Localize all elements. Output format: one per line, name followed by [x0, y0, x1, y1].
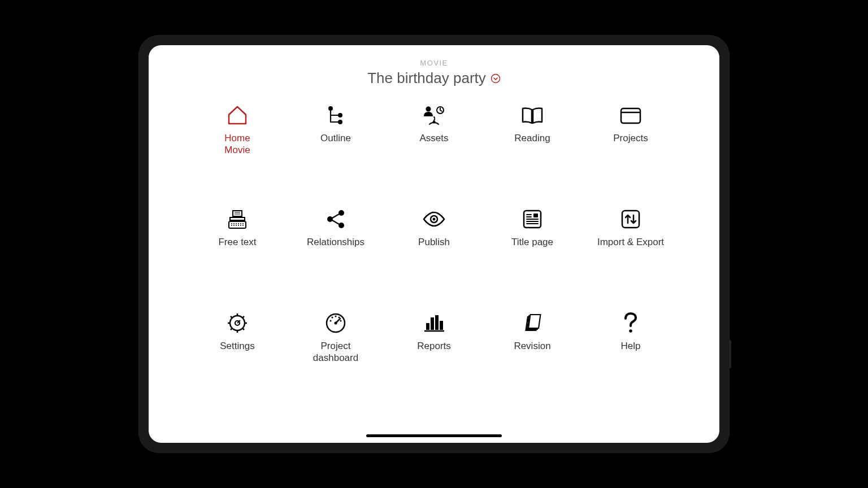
svg-rect-39: [431, 317, 434, 330]
svg-point-36: [338, 317, 340, 319]
gear-icon: [225, 311, 250, 336]
tile-title-page[interactable]: Title page: [483, 207, 581, 311]
bar-chart-icon: [422, 311, 446, 336]
tile-assets[interactable]: Assets: [385, 103, 483, 207]
tile-home[interactable]: Home Movie: [188, 103, 287, 207]
svg-line-28: [242, 316, 244, 318]
tile-label: Reading: [514, 132, 550, 144]
svg-point-12: [338, 210, 344, 216]
tile-publish[interactable]: Publish: [385, 207, 483, 311]
project-type-label: MOVIE: [171, 59, 697, 67]
tile-reading[interactable]: Reading: [483, 103, 581, 207]
svg-point-0: [491, 74, 500, 82]
tile-label: Revision: [514, 340, 550, 352]
tile-sublabel: Movie: [224, 144, 250, 156]
tile-label: Projects: [613, 132, 648, 144]
typewriter-icon: [225, 207, 250, 232]
book-open-icon: [520, 103, 545, 128]
tile-import-export[interactable]: Import & Export: [581, 207, 680, 311]
svg-rect-9: [230, 217, 245, 220]
tile-label: Home: [224, 132, 250, 144]
svg-rect-41: [440, 321, 443, 330]
tile-label: Free text: [218, 236, 256, 248]
tile-reports[interactable]: Reports: [385, 311, 483, 415]
question-mark-icon: [618, 311, 643, 336]
svg-line-27: [231, 328, 232, 330]
app-screen: MOVIE The birthday party: [149, 45, 719, 443]
tile-label: Relationships: [307, 236, 364, 248]
svg-point-11: [327, 216, 333, 222]
svg-line-26: [242, 328, 244, 330]
assets-icon: [422, 103, 446, 128]
tile-label: Reports: [417, 340, 451, 352]
tile-relationships[interactable]: Relationships: [287, 207, 385, 311]
power-button: [729, 340, 731, 368]
eye-icon: [422, 207, 446, 232]
svg-rect-10: [229, 221, 246, 228]
tile-projects[interactable]: Projects: [581, 103, 680, 207]
tile-label: Title page: [511, 236, 553, 248]
chevron-down-circle-icon[interactable]: [491, 73, 501, 84]
share-network-icon: [323, 207, 348, 232]
svg-rect-17: [533, 213, 538, 217]
svg-point-15: [433, 218, 436, 221]
gauge-icon: [323, 311, 348, 336]
tile-label: Publish: [418, 236, 450, 248]
tile-label: Import & Export: [597, 236, 664, 248]
svg-point-13: [338, 223, 344, 228]
header: MOVIE The birthday party: [171, 59, 697, 87]
svg-point-37: [340, 320, 342, 322]
svg-line-25: [231, 316, 232, 318]
svg-point-4: [426, 107, 431, 112]
svg-rect-8: [233, 211, 242, 216]
home-indicator[interactable]: [366, 434, 502, 437]
tile-label: Outline: [320, 132, 351, 144]
pages-stack-icon: [520, 311, 545, 336]
svg-rect-38: [426, 323, 429, 330]
outline-tree-icon: [323, 103, 348, 128]
tile-label: Settings: [220, 340, 254, 352]
tile-label: Help: [621, 340, 641, 352]
tile-free-text[interactable]: Free text: [188, 207, 287, 311]
svg-rect-18: [622, 211, 639, 228]
svg-point-33: [330, 320, 332, 322]
home-icon: [225, 103, 250, 128]
svg-point-2: [338, 113, 342, 117]
svg-point-3: [338, 120, 342, 124]
tile-label: Projectdashboard: [313, 340, 358, 364]
svg-rect-7: [621, 108, 640, 123]
svg-line-32: [336, 319, 340, 323]
import-export-icon: [618, 207, 643, 232]
tile-help[interactable]: Help: [581, 311, 680, 415]
tile-settings[interactable]: Settings: [188, 311, 287, 415]
project-title: The birthday party: [367, 69, 486, 87]
nav-grid: Home Movie Outline: [171, 97, 697, 432]
tile-project-dashboard[interactable]: Projectdashboard: [287, 311, 385, 415]
tile-revision[interactable]: Revision: [483, 311, 581, 415]
svg-point-1: [328, 106, 333, 111]
svg-point-43: [629, 329, 632, 333]
title-row[interactable]: The birthday party: [171, 69, 697, 87]
svg-rect-40: [435, 315, 439, 330]
svg-point-35: [335, 316, 337, 317]
tile-label: Assets: [419, 132, 448, 144]
tile-outline[interactable]: Outline: [287, 103, 385, 207]
svg-point-34: [332, 317, 333, 319]
folder-icon: [618, 103, 643, 128]
tablet-frame: MOVIE The birthday party: [138, 35, 730, 453]
page-layout-icon: [520, 207, 545, 232]
